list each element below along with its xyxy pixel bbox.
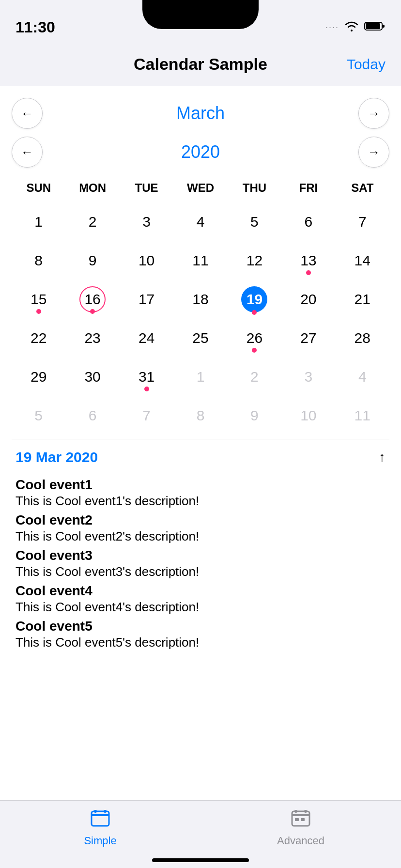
event-item[interactable]: Cool event5This is Cool event5's descrip… <box>15 619 386 650</box>
svg-rect-1 <box>366 23 380 29</box>
event-item[interactable]: Cool event3This is Cool event3's descrip… <box>15 548 386 579</box>
calendar-day[interactable]: 3 <box>120 202 173 241</box>
calendar-day[interactable]: 28 <box>336 319 389 357</box>
event-description: This is Cool event2's description! <box>15 529 386 544</box>
cal-day-number: 5 <box>241 209 267 235</box>
status-icons: ···· <box>325 20 386 34</box>
cal-day-number: 1 <box>26 209 52 235</box>
cal-day-number: 4 <box>349 364 375 390</box>
calendar-day[interactable]: 10 <box>120 241 173 280</box>
calendar-day[interactable]: 6 <box>65 396 119 435</box>
calendar-day[interactable]: 27 <box>281 319 335 357</box>
nav-title: Calendar Sample <box>134 55 267 74</box>
calendar-day[interactable]: 24 <box>120 319 173 357</box>
svg-rect-10 <box>301 818 305 821</box>
calendar-day[interactable]: 23 <box>65 319 119 357</box>
calendar-day[interactable]: 20 <box>281 280 335 319</box>
event-item[interactable]: Cool event4This is Cool event4's descrip… <box>15 583 386 615</box>
calendar-day[interactable]: 2 <box>65 202 119 241</box>
cal-day-number: 2 <box>241 364 267 390</box>
prev-year-button[interactable]: ← <box>12 137 43 168</box>
year-label: 2020 <box>43 142 358 162</box>
cal-day-number: 9 <box>79 248 106 274</box>
calendar-day[interactable]: 11 <box>336 396 389 435</box>
tab-bar: Simple Advanced <box>0 800 401 868</box>
event-title: Cool event3 <box>15 548 386 563</box>
calendar-day[interactable]: 30 <box>65 357 119 396</box>
advanced-tab-label: Advanced <box>277 835 324 847</box>
calendar-day[interactable]: 9 <box>228 396 281 435</box>
svg-rect-8 <box>292 814 309 816</box>
calendar-day[interactable]: 5 <box>12 396 65 435</box>
month-nav: ← March → <box>12 96 389 131</box>
cal-day-number: 6 <box>295 209 322 235</box>
event-dot <box>306 270 311 275</box>
calendar-day[interactable]: 18 <box>173 280 227 319</box>
calendar-day[interactable]: 1 <box>12 202 65 241</box>
cal-day-number: 11 <box>187 248 214 274</box>
calendar-day[interactable]: 2 <box>228 357 281 396</box>
calendar-day[interactable]: 5 <box>228 202 281 241</box>
scroll-up-button[interactable]: ↑ <box>379 450 386 465</box>
calendar-day[interactable]: 31 <box>120 357 173 396</box>
calendar-day[interactable]: 8 <box>173 396 227 435</box>
svg-rect-2 <box>382 25 385 28</box>
calendar-day[interactable]: 13 <box>281 241 335 280</box>
calendar-day[interactable]: 4 <box>336 357 389 396</box>
cal-day-number: 8 <box>26 248 52 274</box>
cal-day-number: 3 <box>295 364 322 390</box>
calendar-day[interactable]: 6 <box>281 202 335 241</box>
calendar-day[interactable]: 15 <box>12 280 65 319</box>
cal-day-number: 9 <box>241 403 267 429</box>
calendar-day[interactable]: 10 <box>281 396 335 435</box>
event-dot <box>252 310 257 315</box>
calendar-day[interactable]: 29 <box>12 357 65 396</box>
calendar-day[interactable]: 4 <box>173 202 227 241</box>
events-date-label: 19 Mar 2020 <box>15 449 98 465</box>
calendar-day[interactable]: 22 <box>12 319 65 357</box>
calendar-day[interactable]: 12 <box>228 241 281 280</box>
calendar-day[interactable]: 3 <box>281 357 335 396</box>
next-month-button[interactable]: → <box>358 98 389 129</box>
calendar-day[interactable]: 26 <box>228 319 281 357</box>
calendar-day[interactable]: 8 <box>12 241 65 280</box>
cal-day-number: 7 <box>134 403 160 429</box>
cal-day-number: 2 <box>79 209 106 235</box>
svg-point-5 <box>94 810 97 813</box>
calendar-day[interactable]: 14 <box>336 241 389 280</box>
calendar-day[interactable]: 11 <box>173 241 227 280</box>
event-description: This is Cool event5's description! <box>15 635 386 650</box>
cal-day-number: 14 <box>349 248 375 274</box>
tab-simple[interactable]: Simple <box>62 807 139 847</box>
event-item[interactable]: Cool event2This is Cool event2's descrip… <box>15 512 386 544</box>
cal-day-number: 10 <box>295 403 322 429</box>
calendar-day[interactable]: 9 <box>65 241 119 280</box>
calendar-day[interactable]: 25 <box>173 319 227 357</box>
cal-day-number: 19 <box>241 286 267 312</box>
calendar-day[interactable]: 1 <box>173 357 227 396</box>
cal-day-number: 31 <box>134 364 160 390</box>
next-year-button[interactable]: → <box>358 137 389 168</box>
signal-icon: ···· <box>325 22 339 32</box>
calendar-day[interactable]: 21 <box>336 280 389 319</box>
cal-day-number: 11 <box>349 403 375 429</box>
calendar-day[interactable]: 7 <box>336 202 389 241</box>
calendar-day[interactable]: 17 <box>120 280 173 319</box>
cal-day-number: 7 <box>349 209 375 235</box>
today-button[interactable]: Today <box>347 56 386 73</box>
calendar-day[interactable]: 7 <box>120 396 173 435</box>
weekday-header-thu: THU <box>228 177 281 199</box>
prev-month-button[interactable]: ← <box>12 98 43 129</box>
event-description: This is Cool event1's description! <box>15 494 386 509</box>
tab-advanced[interactable]: Advanced <box>262 807 339 847</box>
event-item[interactable]: Cool event1This is Cool event1's descrip… <box>15 477 386 509</box>
battery-icon <box>364 20 386 34</box>
simple-tab-icon <box>90 807 111 832</box>
calendar-day[interactable]: 16 <box>65 280 119 319</box>
events-date-header: 19 Mar 2020 ↑ <box>15 449 386 465</box>
svg-rect-3 <box>92 811 109 826</box>
simple-tab-label: Simple <box>84 835 116 847</box>
weekday-header-tue: TUE <box>120 177 173 199</box>
svg-point-12 <box>304 810 307 813</box>
calendar-day[interactable]: 19 <box>228 280 281 319</box>
